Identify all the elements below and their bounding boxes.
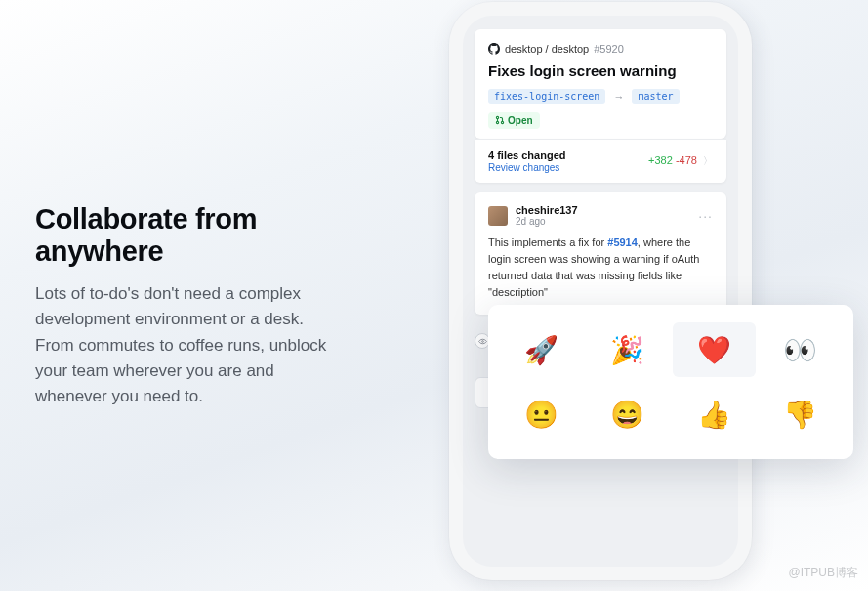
hero-text: Collaborate from anywhere Lots of to-do'… [35,203,328,410]
comment-menu-icon[interactable]: ··· [698,208,713,224]
pr-title: Fixes login screen warning [488,63,713,79]
emoji-option[interactable]: 😄 [587,387,670,442]
pr-number: #5920 [594,43,624,55]
git-pull-request-icon [495,115,505,125]
emoji-option[interactable]: ❤️ [673,322,756,377]
svg-point-0 [496,116,498,118]
comment-author[interactable]: cheshire137 [516,204,578,216]
deletions: -478 [676,154,697,166]
branch-to[interactable]: master [632,89,679,104]
branch-from[interactable]: fixes-login-screen [488,89,605,104]
status-label: Open [508,115,533,126]
diff-stats: +382 -478 〉 [648,154,713,168]
comment-body: This implements a fix for #5914, where t… [488,234,713,301]
pr-header-card: desktop / desktop #5920 Fixes login scre… [475,29,726,139]
pr-breadcrumb[interactable]: desktop / desktop #5920 [488,43,713,55]
svg-point-1 [496,121,498,123]
phone-frame: desktop / desktop #5920 Fixes login scre… [449,2,752,580]
branch-row: fixes-login-screen → master [488,89,713,104]
github-icon [488,43,500,55]
arrow-icon: → [613,91,624,103]
svg-point-2 [501,121,503,123]
files-changed-card[interactable]: 4 files changed Review changes +382 -478… [475,139,726,183]
avatar[interactable] [488,206,508,226]
chevron-right-icon: 〉 [703,155,713,166]
emoji-option[interactable]: 🎉 [587,322,670,377]
comment-time: 2d ago [516,216,578,227]
review-changes-link[interactable]: Review changes [488,162,565,173]
pr-status-badge: Open [488,112,540,129]
phone-screen: desktop / desktop #5920 Fixes login scre… [463,16,738,567]
additions: +382 [648,154,673,166]
emoji-option[interactable]: 🚀 [500,322,583,377]
emoji-option[interactable]: 😐 [500,387,583,442]
repo-path: desktop / desktop [505,43,589,55]
issue-link[interactable]: #5914 [607,236,638,248]
emoji-picker: 🚀🎉❤️👀😐😄👍👎 [488,305,853,459]
svg-point-3 [481,340,483,342]
hero-body: Lots of to-do's don't need a complex dev… [35,281,328,410]
comment-card: cheshire137 2d ago ··· This implements a… [475,192,726,315]
files-changed-label: 4 files changed [488,149,565,161]
hero-heading: Collaborate from anywhere [35,203,328,268]
emoji-option[interactable]: 👀 [760,322,843,377]
watermark: @ITPUB博客 [788,565,858,581]
emoji-option[interactable]: 👎 [760,387,843,442]
emoji-option[interactable]: 👍 [673,387,756,442]
